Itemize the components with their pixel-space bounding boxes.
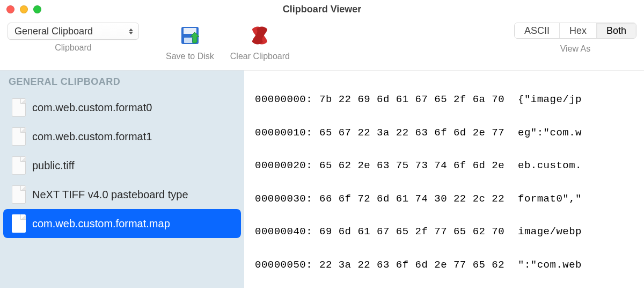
main-split: GENERAL CLIPBOARD com.web.custom.format0… — [0, 70, 644, 288]
sidebar-item[interactable]: NeXT TIFF v4.0 pasteboard type — [0, 180, 244, 209]
hex-ascii: {"image/jp — [518, 94, 634, 105]
hex-ascii: ":"com.web — [518, 260, 634, 271]
hex-bytes: 7b 22 69 6d 61 67 65 2f 6a 70 — [319, 94, 518, 105]
hex-offset: 00000040: — [255, 226, 319, 237]
hex-offset: 00000010: — [255, 127, 319, 139]
select-chevrons-icon — [129, 28, 133, 34]
sidebar-item-label: com.web.custom.format1 — [32, 131, 152, 143]
hex-view: 00000000:7b 22 69 6d 61 67 65 2f 6a 70{"… — [244, 70, 644, 288]
clipboard-picker-block: General Clipboard Clipboard — [8, 23, 139, 53]
sidebar-item[interactable]: com.web.custom.format1 — [0, 122, 244, 151]
hex-row: 00000030:66 6f 72 6d 61 74 30 22 2c 22fo… — [255, 193, 634, 205]
sidebar: GENERAL CLIPBOARD com.web.custom.format0… — [0, 70, 244, 288]
clear-x-icon — [248, 24, 272, 47]
hex-ascii: format0"," — [518, 193, 634, 205]
clipboard-label: Clipboard — [55, 43, 91, 53]
view-ascii-tab[interactable]: ASCII — [515, 23, 560, 38]
sidebar-item-selected[interactable]: com.web.custom.format.map — [3, 209, 241, 238]
file-icon — [12, 214, 26, 233]
sidebar-section-header: GENERAL CLIPBOARD — [0, 74, 244, 93]
zoom-window-button[interactable] — [33, 5, 41, 13]
close-window-button[interactable] — [6, 5, 14, 13]
sidebar-item-label: com.web.custom.format0 — [32, 102, 152, 114]
view-as-block: ASCII Hex Both View As — [514, 23, 636, 54]
file-icon — [12, 127, 26, 146]
clear-label: Clear Clipboard — [230, 52, 290, 61]
hex-row: 00000050:22 3a 22 63 6f 6d 2e 77 65 62":… — [255, 260, 634, 271]
hex-offset: 00000030: — [255, 193, 319, 205]
save-disk-icon — [178, 24, 202, 47]
hex-row: 00000040:69 6d 61 67 65 2f 77 65 62 70im… — [255, 226, 634, 237]
hex-ascii: image/webp — [518, 226, 634, 237]
hex-row: 00000020:65 62 2e 63 75 73 74 6f 6d 2eeb… — [255, 160, 634, 171]
hex-bytes: 65 62 2e 63 75 73 74 6f 6d 2e — [319, 160, 518, 171]
hex-bytes: 22 3a 22 63 6f 6d 2e 77 65 62 — [319, 260, 518, 271]
clear-clipboard-button[interactable] — [247, 23, 273, 48]
file-icon — [12, 98, 26, 117]
traffic-lights — [6, 5, 41, 13]
save-to-disk-button[interactable] — [177, 23, 203, 48]
file-icon — [12, 185, 26, 204]
sidebar-item[interactable]: com.web.custom.format0 — [0, 93, 244, 122]
hex-bytes: 69 6d 61 67 65 2f 77 65 62 70 — [319, 226, 518, 237]
hex-ascii: eg":"com.w — [518, 127, 634, 139]
view-both-tab[interactable]: Both — [597, 23, 636, 38]
hex-offset: 00000050: — [255, 260, 319, 271]
sidebar-item-label: NeXT TIFF v4.0 pasteboard type — [32, 189, 188, 201]
sidebar-item-label: com.web.custom.format.map — [32, 218, 170, 230]
clear-block: Clear Clipboard — [230, 23, 290, 61]
hex-bytes: 65 67 22 3a 22 63 6f 6d 2e 77 — [319, 127, 518, 139]
sidebar-item-label: public.tiff — [32, 160, 75, 172]
clipboard-dropdown-value: General Clipboard — [14, 26, 93, 37]
view-as-segmented: ASCII Hex Both — [514, 23, 636, 39]
window-title: Clipboard Viewer — [0, 4, 644, 15]
save-label: Save to Disk — [166, 52, 214, 61]
clipboard-dropdown[interactable]: General Clipboard — [8, 23, 139, 40]
save-block: Save to Disk — [166, 23, 214, 61]
view-as-label: View As — [560, 44, 591, 54]
view-hex-tab[interactable]: Hex — [560, 23, 597, 38]
sidebar-item[interactable]: public.tiff — [0, 151, 244, 180]
toolbar: General Clipboard Clipboard Save to Disk — [0, 18, 644, 70]
hex-offset: 00000020: — [255, 160, 319, 171]
hex-ascii: eb.custom. — [518, 160, 634, 171]
minimize-window-button[interactable] — [20, 5, 28, 13]
hex-offset: 00000000: — [255, 94, 319, 105]
hex-row: 00000010:65 67 22 3a 22 63 6f 6d 2e 77eg… — [255, 127, 634, 139]
hex-row: 00000000:7b 22 69 6d 61 67 65 2f 6a 70{"… — [255, 94, 634, 105]
titlebar: Clipboard Viewer — [0, 0, 644, 18]
file-icon — [12, 156, 26, 175]
hex-bytes: 66 6f 72 6d 61 74 30 22 2c 22 — [319, 193, 518, 205]
